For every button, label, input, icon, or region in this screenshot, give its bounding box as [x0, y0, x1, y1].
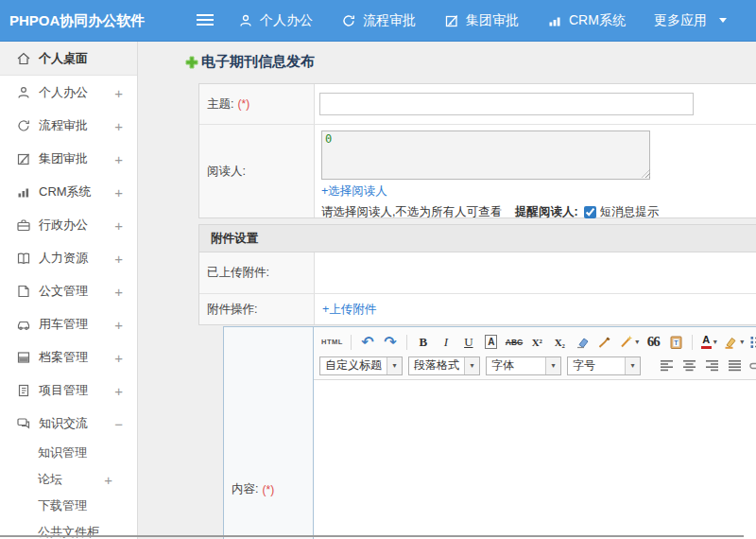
- subscript-button[interactable]: X₂: [549, 333, 570, 352]
- sidebar-item-vehicle-mgmt[interactable]: 用车管理 +: [0, 307, 137, 340]
- edit-icon: [444, 13, 459, 28]
- sms-notify-label: 短消息提示: [600, 204, 660, 220]
- hamburger-menu-icon[interactable]: [197, 14, 214, 28]
- ordered-list-button[interactable]: ▾: [747, 333, 756, 352]
- briefcase-icon: [16, 217, 31, 233]
- align-justify-icon[interactable]: [724, 356, 745, 375]
- sidebar-item-crm-system[interactable]: CRM系统 +: [0, 175, 137, 208]
- paragraph-format-select[interactable]: 段落格式▾: [408, 356, 480, 375]
- editor-content-area[interactable]: [314, 380, 756, 539]
- font-family-select[interactable]: 字体▾: [486, 356, 561, 375]
- process-icon: [341, 13, 356, 28]
- align-center-icon[interactable]: [679, 356, 699, 375]
- sidebar-item-personal-desktop[interactable]: 个人桌面: [0, 42, 137, 76]
- rich-text-editor: HTML ↶ ↷ B I U A ABC X² X₂ ▾ 66 T: [314, 327, 756, 539]
- sms-notify-checkbox[interactable]: [584, 206, 596, 218]
- italic-button[interactable]: I: [436, 333, 456, 352]
- expand-plus-icon[interactable]: +: [114, 85, 123, 99]
- sidebar-item-group-approval[interactable]: 集团审批 +: [0, 142, 137, 175]
- collapse-minus-icon[interactable]: −: [114, 416, 123, 430]
- sidebar-item-personal-office[interactable]: 个人办公 +: [0, 76, 137, 109]
- align-right-icon[interactable]: [701, 356, 722, 375]
- process-icon: [16, 118, 31, 133]
- blockquote-button[interactable]: 66: [643, 333, 663, 352]
- expand-plus-icon[interactable]: +: [114, 184, 123, 199]
- car-icon: [16, 317, 31, 332]
- uploaded-attachments-row: 已上传附件:: [199, 252, 756, 293]
- expand-plus-icon[interactable]: +: [114, 151, 123, 165]
- expand-plus-icon[interactable]: +: [114, 217, 123, 232]
- editor-toolbar: HTML ↶ ↷ B I U A ABC X² X₂ ▾ 66 T: [314, 327, 756, 380]
- caret-down-icon: ▾: [464, 357, 479, 374]
- uploaded-attachments-label: 已上传附件:: [199, 252, 315, 293]
- top-navigation: 个人办公 流程审批 集团审批 CRM系统 更多应用: [238, 0, 727, 41]
- edit-icon: [16, 151, 31, 166]
- chart-icon: [547, 13, 562, 28]
- superscript-button[interactable]: X²: [526, 333, 547, 352]
- nav-crm-system[interactable]: CRM系统: [547, 12, 626, 29]
- nav-group-approval[interactable]: 集团审批: [444, 12, 519, 29]
- caret-down-icon: ▾: [740, 338, 744, 346]
- underline-button[interactable]: U: [458, 333, 479, 352]
- subject-input[interactable]: [319, 93, 694, 115]
- expand-plus-icon[interactable]: +: [114, 251, 123, 265]
- heading-select[interactable]: 自定义标题▾: [319, 356, 403, 375]
- sidebar: 个人桌面 个人办公 + 流程审批 + 集团审批 + CRM系统 + 行政办公 +: [0, 42, 138, 539]
- archive-icon: [16, 350, 31, 365]
- remind-readers-label: 提醒阅读人:: [515, 204, 578, 220]
- eraser-icon[interactable]: [572, 333, 593, 352]
- nav-more-apps[interactable]: 更多应用: [654, 12, 727, 29]
- readers-row: 阅读人: +选择阅读人 请选择阅读人,不选为所有人可查看 提醒阅读人: 短消息提…: [199, 124, 756, 217]
- caret-down-icon: ▾: [387, 357, 402, 374]
- font-style-button[interactable]: A: [485, 335, 497, 349]
- expand-plus-icon[interactable]: +: [104, 473, 112, 487]
- uploaded-attachments-value: [315, 252, 756, 293]
- app-title: PHPOA协同办公软件: [9, 0, 145, 41]
- font-size-select[interactable]: 字号▾: [567, 356, 641, 375]
- sidebar-item-admin-office[interactable]: 行政办公 +: [0, 208, 137, 241]
- highlight-color-button[interactable]: ▾: [721, 333, 746, 352]
- sidebar-subitem-knowledge-mgmt[interactable]: 知识管理: [0, 440, 137, 466]
- paste-text-icon[interactable]: T: [665, 333, 686, 352]
- caret-down-icon: ▾: [713, 338, 717, 346]
- strikethrough-button[interactable]: ABC: [504, 333, 524, 352]
- format-painter-icon[interactable]: [594, 333, 615, 352]
- align-left-icon[interactable]: [656, 356, 677, 375]
- attachment-action-label: 附件操作:: [199, 294, 315, 324]
- redo-icon[interactable]: ↷: [380, 333, 401, 352]
- insert-link-icon[interactable]: [747, 356, 756, 375]
- expand-plus-icon[interactable]: +: [114, 317, 123, 331]
- caret-down-icon: ▾: [625, 357, 640, 374]
- sidebar-item-process-approval[interactable]: 流程审批 +: [0, 109, 137, 142]
- svg-text:T: T: [674, 339, 679, 345]
- caret-down-icon: ▾: [545, 357, 560, 374]
- attachments-section-header: 附件设置: [199, 225, 756, 252]
- nav-process-approval[interactable]: 流程审批: [341, 12, 416, 29]
- expand-plus-icon[interactable]: +: [114, 118, 123, 132]
- sidebar-item-human-resources[interactable]: 人力资源 +: [0, 241, 137, 274]
- upload-attachment-link[interactable]: +上传附件: [322, 302, 376, 318]
- green-plus-icon: [185, 56, 198, 69]
- magic-wand-icon[interactable]: ▾: [617, 333, 641, 352]
- sidebar-subitem-forum[interactable]: 论坛 +: [0, 466, 137, 493]
- bold-button[interactable]: B: [413, 333, 434, 352]
- undo-icon[interactable]: ↶: [357, 333, 378, 352]
- expand-plus-icon[interactable]: +: [114, 383, 123, 397]
- user-icon: [238, 13, 253, 28]
- sidebar-item-archive-mgmt[interactable]: 档案管理 +: [0, 340, 137, 374]
- font-color-button[interactable]: A▾: [698, 333, 719, 352]
- select-readers-link[interactable]: +选择阅读人: [321, 183, 387, 200]
- nav-personal-office[interactable]: 个人办公: [238, 12, 313, 29]
- sidebar-item-project-mgmt[interactable]: 项目管理 +: [0, 374, 137, 407]
- expand-plus-icon[interactable]: +: [114, 284, 123, 298]
- html-source-button[interactable]: HTML: [319, 333, 345, 352]
- horizontal-scrollbar[interactable]: [0, 535, 744, 537]
- content-label: 内容:: [232, 481, 258, 497]
- readers-label: 阅读人:: [199, 125, 315, 217]
- sidebar-item-official-docs[interactable]: 公文管理 +: [0, 274, 137, 307]
- expand-plus-icon[interactable]: +: [114, 350, 123, 364]
- sidebar-item-knowledge-exchange[interactable]: 知识交流 −: [0, 407, 137, 440]
- sidebar-subitem-download-mgmt[interactable]: 下载管理: [0, 493, 137, 519]
- readers-textarea[interactable]: [321, 130, 650, 180]
- chat-icon: [16, 416, 31, 431]
